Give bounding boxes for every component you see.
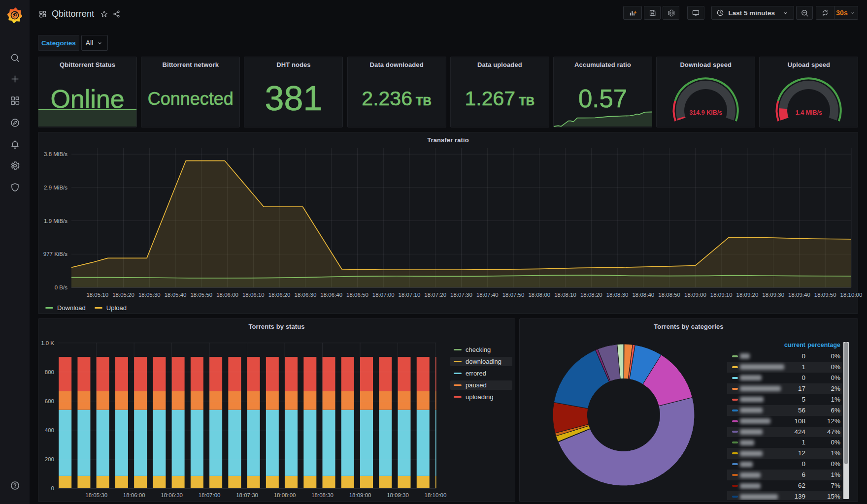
table-row[interactable] <box>732 480 761 491</box>
table-row[interactable] <box>732 373 762 383</box>
table-row[interactable] <box>732 351 750 362</box>
bar-segment-errored <box>417 410 430 476</box>
dashboards-icon <box>10 95 20 106</box>
x-axis-label: 18:05:50 <box>190 292 212 298</box>
table-row[interactable] <box>732 416 770 427</box>
sidebar-item-configuration[interactable] <box>0 157 30 174</box>
sidebar-item-plus[interactable] <box>0 70 30 88</box>
cycle-view-mode-button[interactable] <box>687 6 704 20</box>
bar-segment-downloading <box>191 476 203 488</box>
star-icon[interactable] <box>98 7 110 21</box>
y-axis-label: 3.8 MiB/s <box>44 151 67 157</box>
legend-item-downloading[interactable]: downloading <box>450 357 512 366</box>
table-row[interactable] <box>732 427 763 438</box>
bar-segment-uploading <box>398 357 411 391</box>
x-axis-label: 18:08:10 <box>554 292 576 298</box>
sidebar-item-alerting[interactable] <box>0 135 30 153</box>
bar-segment-downloading <box>97 476 109 488</box>
cell-percentage: 0% <box>831 439 840 446</box>
legend-item-errored[interactable]: errored <box>450 369 512 378</box>
bar-segment-uploading <box>115 357 128 391</box>
table-row[interactable] <box>732 405 763 416</box>
configuration-icon <box>10 160 20 171</box>
x-axis-label: 18:08:40 <box>632 292 654 298</box>
table-row[interactable] <box>732 383 781 394</box>
refresh-dashboard-button[interactable] <box>816 6 834 19</box>
table-scrollbar-thumb[interactable] <box>844 342 848 464</box>
category-label-redacted <box>740 472 761 478</box>
panel-accumulated-ratio: Accumulated ratio0.57 <box>553 57 652 127</box>
sidebar-item-explore[interactable] <box>0 114 30 131</box>
sidebar-item-help[interactable] <box>0 476 30 494</box>
table-row[interactable] <box>732 470 761 480</box>
legend-item-paused[interactable]: paused <box>450 380 512 390</box>
save-dashboard-button[interactable] <box>644 6 661 20</box>
dashboard-toolbar: Last 5 minutes30s <box>623 6 858 20</box>
x-axis-label: 18:09:50 <box>814 292 836 298</box>
legend-item-checking[interactable]: checking <box>450 345 512 354</box>
table-row[interactable] <box>732 459 753 470</box>
grafana-logo-icon <box>7 7 22 23</box>
category-label-redacted <box>740 397 764 402</box>
bar-segment-downloading <box>172 476 185 488</box>
category-color <box>732 474 738 476</box>
bar-segment-downloading <box>360 476 373 488</box>
variable-value-dropdown[interactable]: All <box>81 35 108 51</box>
bar-segment-errored <box>115 410 128 476</box>
legend-item-download[interactable]: Download <box>42 304 89 312</box>
panel-title[interactable]: Data downloaded <box>348 61 446 68</box>
bar-segment-downloading <box>209 476 222 488</box>
x-axis-label: 18:05:20 <box>112 292 134 298</box>
table-row[interactable] <box>732 491 778 500</box>
bar-segment-uploading <box>191 357 203 391</box>
y-axis-label: 1.0 K <box>41 340 54 346</box>
table-scrollbar-track[interactable] <box>843 342 849 499</box>
share-icon[interactable] <box>110 7 123 21</box>
sync-icon <box>821 9 829 17</box>
category-label-redacted <box>740 408 763 413</box>
x-axis-label: 18:09:20 <box>736 292 759 298</box>
refresh-group: 30s <box>816 6 858 20</box>
cell-percentage: 0% <box>831 374 840 381</box>
panel-torrents-by-categories: Torrents by categoriescurrentpercentage0… <box>519 318 858 502</box>
bar-segment-paused <box>59 391 71 410</box>
table-header-percentage[interactable]: percentage <box>807 342 840 348</box>
sidebar-item-server-admin[interactable] <box>0 178 30 196</box>
zoom-out-time-range-button[interactable] <box>796 6 813 20</box>
panel-title[interactable]: Bittorrent network <box>141 61 239 68</box>
bar-segment-downloading <box>303 476 316 488</box>
sidebar-item-grafana-logo[interactable] <box>0 5 30 24</box>
chevron-down-icon <box>96 39 103 47</box>
legend-item-upload[interactable]: Upload <box>92 304 130 312</box>
cell-percentage: 0% <box>831 363 840 371</box>
table-row[interactable] <box>732 362 784 373</box>
x-axis-label: 18:07:20 <box>424 292 446 298</box>
refresh-interval-picker[interactable]: 30s <box>834 6 858 19</box>
variable-label[interactable]: Categories <box>38 35 79 51</box>
legend-label: paused <box>466 381 487 389</box>
bar-segment-errored <box>153 410 166 476</box>
dashboard-title[interactable]: Qbittorrent <box>52 9 94 19</box>
table-row[interactable] <box>732 448 763 459</box>
apps-icon <box>38 10 47 18</box>
time-picker-button[interactable]: Last 5 minutes <box>711 6 794 20</box>
sidebar-item-search[interactable] <box>0 49 30 66</box>
table-row[interactable] <box>732 437 754 448</box>
bar-segment-paused <box>379 391 392 410</box>
bar-segment-errored <box>172 410 185 476</box>
chevron-down-icon <box>96 39 103 47</box>
search-icon <box>10 53 20 63</box>
bar-segment-uploading <box>97 357 109 391</box>
dashboard-settings-button[interactable] <box>663 6 679 20</box>
category-color <box>732 485 738 487</box>
panel-title[interactable]: DHT nodes <box>244 61 342 68</box>
x-axis-label: 18:07:50 <box>502 292 525 298</box>
legend-item-uploading[interactable]: uploading <box>450 392 512 402</box>
table-header-current[interactable]: current <box>784 342 805 348</box>
add-panel-button[interactable] <box>623 6 642 20</box>
bar-segment-downloading <box>266 476 279 488</box>
table-row[interactable] <box>732 394 764 405</box>
panel-title[interactable]: Data uploaded <box>451 61 549 68</box>
x-axis-label: 18:06:30 <box>295 292 317 298</box>
sidebar-item-dashboards[interactable] <box>0 92 30 109</box>
